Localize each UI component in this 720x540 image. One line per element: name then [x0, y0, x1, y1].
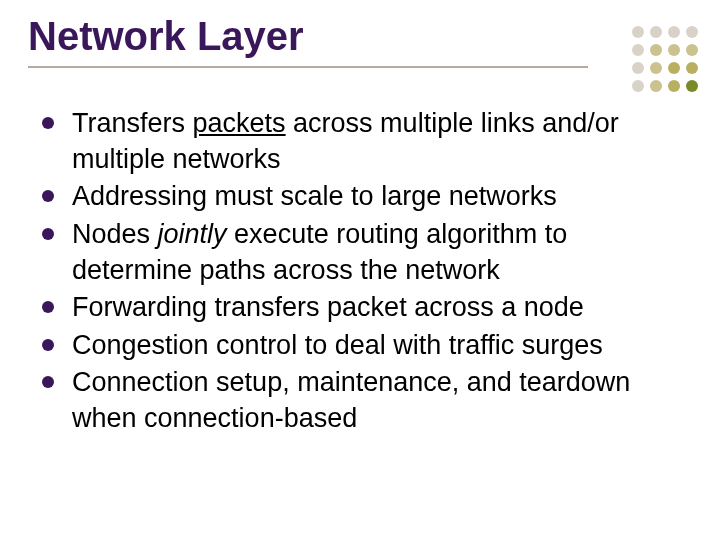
bullet-text-pre: Addressing must scale to large networks: [72, 181, 557, 211]
list-item: Connection setup, maintenance, and teard…: [38, 365, 678, 436]
grid-dot: [668, 80, 680, 92]
slide: Network Layer Transfers packets across m…: [0, 0, 720, 540]
grid-dot: [668, 44, 680, 56]
grid-dot: [668, 26, 680, 38]
grid-dot: [632, 26, 644, 38]
bullet-text-emph: packets: [193, 108, 286, 138]
grid-dot: [650, 62, 662, 74]
grid-dot: [686, 80, 698, 92]
slide-body: Transfers packets across multiple links …: [38, 106, 678, 439]
list-item: Addressing must scale to large networks: [38, 179, 678, 215]
grid-dot: [686, 26, 698, 38]
grid-dot: [686, 44, 698, 56]
grid-dot: [650, 80, 662, 92]
title-underline: [28, 66, 588, 68]
slide-title: Network Layer: [28, 14, 588, 68]
bullet-text-emph: jointly: [158, 219, 227, 249]
bullet-list: Transfers packets across multiple links …: [38, 106, 678, 437]
corner-dot-grid-icon: [632, 26, 698, 92]
grid-dot: [650, 44, 662, 56]
list-item: Forwarding transfers packet across a nod…: [38, 290, 678, 326]
title-area: Network Layer: [28, 14, 588, 68]
bullet-text-pre: Connection setup, maintenance, and teard…: [72, 367, 630, 433]
bullet-text-pre: Forwarding transfers packet across a nod…: [72, 292, 584, 322]
grid-dot: [632, 80, 644, 92]
grid-dot: [686, 62, 698, 74]
grid-dot: [650, 26, 662, 38]
grid-dot: [632, 62, 644, 74]
list-item: Congestion control to deal with traffic …: [38, 328, 678, 364]
bullet-text-pre: Transfers: [72, 108, 193, 138]
bullet-text-pre: Nodes: [72, 219, 158, 249]
grid-dot: [668, 62, 680, 74]
list-item: Nodes jointly execute routing algorithm …: [38, 217, 678, 288]
grid-dot: [632, 44, 644, 56]
list-item: Transfers packets across multiple links …: [38, 106, 678, 177]
bullet-text-pre: Congestion control to deal with traffic …: [72, 330, 603, 360]
